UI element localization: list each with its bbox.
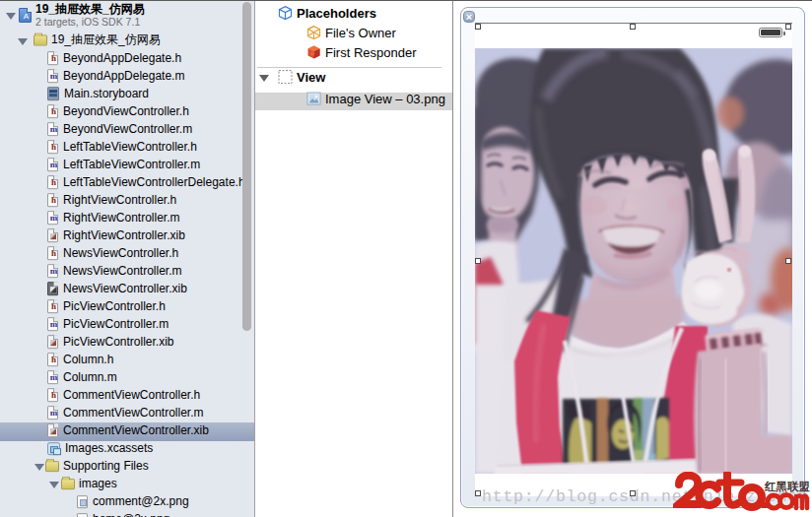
svg-text:红黑联盟: 红黑联盟 [764,481,811,492]
